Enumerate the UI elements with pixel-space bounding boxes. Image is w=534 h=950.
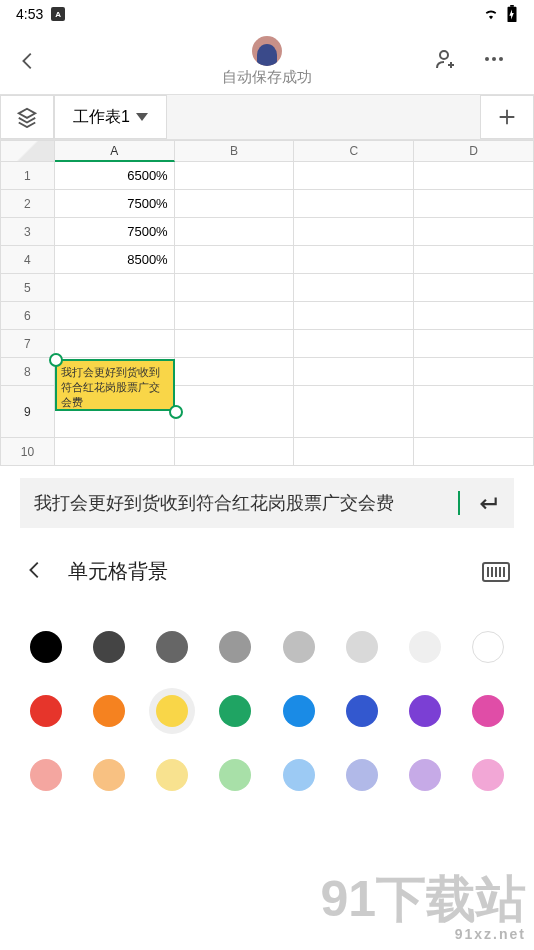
cell[interactable] (414, 218, 534, 246)
color-swatch[interactable] (30, 631, 62, 663)
color-swatch[interactable] (219, 695, 251, 727)
row-header[interactable]: 1 (0, 162, 55, 190)
keyboard-button[interactable] (482, 562, 510, 582)
cell[interactable] (175, 438, 295, 466)
sheets-list-button[interactable] (0, 95, 54, 139)
color-swatch[interactable] (93, 759, 125, 791)
cell[interactable] (175, 162, 295, 190)
add-user-button[interactable] (434, 47, 458, 75)
color-swatch[interactable] (346, 759, 378, 791)
cell[interactable] (175, 302, 295, 330)
cell[interactable] (414, 302, 534, 330)
svg-point-5 (499, 57, 503, 61)
cell[interactable] (294, 190, 414, 218)
chevron-down-icon (136, 113, 148, 121)
cell[interactable] (294, 330, 414, 358)
cell[interactable] (414, 438, 534, 466)
svg-point-2 (440, 51, 448, 59)
row-header[interactable]: 7 (0, 330, 55, 358)
column-header-D[interactable]: D (414, 140, 534, 162)
add-sheet-button[interactable] (480, 95, 534, 139)
color-swatch[interactable] (219, 631, 251, 663)
color-swatch[interactable] (346, 631, 378, 663)
selection-handle-bottom-right[interactable] (169, 405, 183, 419)
panel-back-button[interactable] (24, 559, 46, 585)
cell[interactable] (294, 218, 414, 246)
cell[interactable] (414, 358, 534, 386)
color-swatch[interactable] (472, 695, 504, 727)
color-swatch[interactable] (93, 631, 125, 663)
cell[interactable]: 8500% (55, 246, 175, 274)
color-swatch[interactable] (283, 631, 315, 663)
color-swatch[interactable] (409, 695, 441, 727)
confirm-button[interactable] (474, 490, 500, 516)
cell[interactable] (414, 190, 534, 218)
color-swatch[interactable] (156, 631, 188, 663)
color-swatch[interactable] (409, 631, 441, 663)
color-swatch-selected[interactable] (149, 688, 195, 734)
row-header[interactable]: 4 (0, 246, 55, 274)
cell[interactable] (414, 162, 534, 190)
cell[interactable] (294, 386, 414, 438)
color-swatch[interactable] (30, 759, 62, 791)
cell[interactable] (414, 246, 534, 274)
color-swatch[interactable] (93, 695, 125, 727)
color-swatch[interactable] (219, 759, 251, 791)
more-button[interactable] (482, 47, 506, 75)
sheet-tab-active[interactable]: 工作表1 (54, 95, 167, 139)
cell[interactable]: 7500% (55, 218, 175, 246)
spreadsheet-grid[interactable]: A B C D 16500% 27500% 37500% 48500% 5 6 … (0, 140, 534, 470)
avatar[interactable] (252, 36, 282, 66)
formula-input[interactable]: 我打会更好到货收到符合红花岗股票广交会费 (34, 491, 460, 515)
cell[interactable]: 6500% (55, 162, 175, 190)
cell[interactable] (294, 302, 414, 330)
plus-icon (496, 106, 518, 128)
column-header-A[interactable]: A (55, 140, 175, 162)
grid-corner[interactable] (0, 140, 55, 162)
sheet-tab-bar: 工作表1 (0, 94, 534, 140)
cell[interactable] (55, 302, 175, 330)
selected-cell-overlay[interactable]: 我打会更好到货收到符合红花岗股票广交会费 (55, 359, 175, 411)
color-swatch[interactable] (472, 631, 504, 663)
cell[interactable]: 7500% (55, 190, 175, 218)
cell[interactable] (175, 218, 295, 246)
cell[interactable] (294, 358, 414, 386)
color-swatch[interactable] (156, 759, 188, 791)
cell[interactable] (294, 438, 414, 466)
cell[interactable] (55, 274, 175, 302)
cell[interactable] (175, 386, 295, 438)
color-palette (0, 607, 534, 815)
row-header[interactable]: 2 (0, 190, 55, 218)
color-row (30, 631, 504, 663)
column-header-B[interactable]: B (175, 140, 295, 162)
row-header[interactable]: 10 (0, 438, 55, 466)
row-header[interactable]: 9 (0, 386, 55, 438)
cell[interactable] (294, 274, 414, 302)
cell[interactable] (175, 190, 295, 218)
autosave-status: 自动保存成功 (222, 68, 312, 87)
color-swatch[interactable] (409, 759, 441, 791)
cell[interactable] (55, 438, 175, 466)
color-swatch[interactable] (30, 695, 62, 727)
color-swatch[interactable] (346, 695, 378, 727)
cell[interactable] (55, 330, 175, 358)
row-header[interactable]: 6 (0, 302, 55, 330)
color-swatch[interactable] (283, 759, 315, 791)
back-button[interactable] (0, 50, 56, 72)
row-header[interactable]: 8 (0, 358, 55, 386)
cell[interactable] (414, 386, 534, 438)
cell[interactable] (414, 330, 534, 358)
cell[interactable] (294, 162, 414, 190)
cell[interactable] (294, 246, 414, 274)
cell[interactable] (175, 330, 295, 358)
row-header[interactable]: 5 (0, 274, 55, 302)
cell[interactable] (175, 274, 295, 302)
column-header-C[interactable]: C (294, 140, 414, 162)
cell[interactable] (414, 274, 534, 302)
color-swatch[interactable] (283, 695, 315, 727)
row-header[interactable]: 3 (0, 218, 55, 246)
selection-handle-top-left[interactable] (49, 353, 63, 367)
cell[interactable] (175, 358, 295, 386)
cell[interactable] (175, 246, 295, 274)
color-swatch[interactable] (472, 759, 504, 791)
